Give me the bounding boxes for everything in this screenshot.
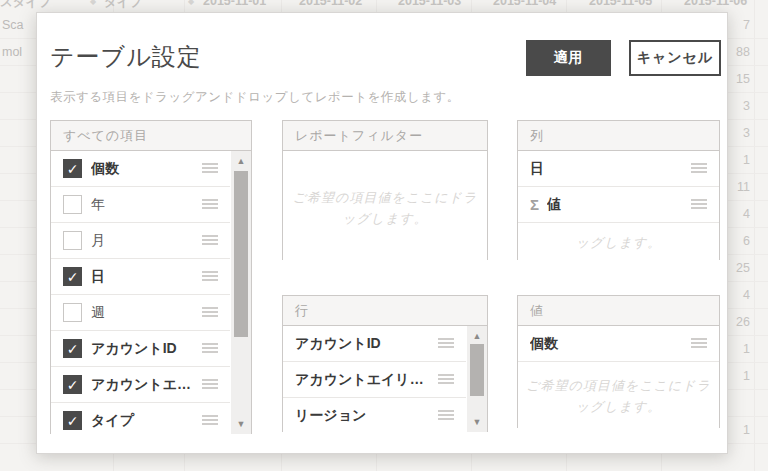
drag-handle-icon[interactable] [438, 374, 454, 385]
scrollbar[interactable]: ▲ ▼ [231, 151, 251, 434]
columns-dropzone[interactable]: ッグします。 日 Σ 値 [518, 151, 719, 260]
item-label: 年 [91, 196, 194, 214]
checkbox-checked[interactable]: ✓ [63, 375, 82, 394]
rows-dropzone[interactable]: アカウントID アカウントエイリアス リージョン ▲ ▼ [283, 326, 487, 432]
checkbox-unchecked[interactable] [63, 303, 82, 322]
list-item-tsuki[interactable]: 月 [51, 223, 230, 259]
item-label: 値 [547, 196, 683, 214]
scroll-up-icon[interactable]: ▲ [467, 328, 487, 344]
list-item-hi[interactable]: ✓ 日 [51, 259, 230, 295]
item-label: 日 [91, 268, 194, 286]
table-header-row: スタイプ ◆ タイプ ◆ 2015-11-01 2015-11-02 2015-… [0, 0, 768, 12]
drag-handle-icon[interactable] [202, 415, 218, 426]
values-dropzone[interactable]: ご希望の項目値をここにドラ ッグします。 個数 [518, 326, 719, 428]
dialog-title: テーブル設定 [50, 41, 202, 73]
checkbox-unchecked[interactable] [63, 195, 82, 214]
item-label: アカウントID [295, 335, 430, 353]
drag-handle-icon[interactable] [202, 379, 218, 390]
row-value: 15 [736, 72, 750, 86]
drag-handle-icon[interactable] [202, 199, 218, 210]
sigma-icon: Σ [530, 196, 539, 213]
drop-placeholder: ご希望の項目値をここにドラ ッグします。 [518, 375, 719, 417]
drag-handle-icon[interactable] [202, 271, 218, 282]
drag-handle-icon[interactable] [202, 163, 218, 174]
row-item-account-id[interactable]: アカウントID [283, 326, 466, 362]
list-item-kosu[interactable]: ✓ 個数 [51, 151, 230, 187]
row-value: 1 [743, 423, 750, 437]
list-item-type[interactable]: ✓ タイプ [51, 403, 230, 434]
checkbox-checked[interactable]: ✓ [63, 411, 82, 430]
dialog-description: 表示する項目をドラッグアンドドロップしてレポートを作成します。 [50, 89, 460, 106]
row-value: 7 [743, 18, 750, 32]
panel-report-filter: レポートフィルター ご希望の項目値をここにドラ ッグします。 [282, 120, 488, 260]
drag-handle-icon[interactable] [691, 163, 707, 174]
checkbox-checked[interactable]: ✓ [63, 267, 82, 286]
sort-icon: ◆ [90, 0, 96, 6]
scroll-down-icon[interactable]: ▼ [467, 414, 487, 430]
item-label: アカウントエイリ... [91, 376, 194, 394]
scrollbar-thumb[interactable] [234, 171, 248, 337]
row-value: 25 [736, 261, 750, 275]
list-item-account-id[interactable]: ✓ アカウントID [51, 331, 230, 367]
header-type-column: タイプ [104, 0, 142, 11]
header-date: 2015-11-05 [589, 0, 652, 8]
row-label: mol [2, 45, 22, 59]
report-filter-dropzone[interactable]: ご希望の項目値をここにドラ ッグします。 [283, 151, 487, 260]
header-date: 2015-11-04 [493, 0, 556, 8]
drag-handle-icon[interactable] [202, 343, 218, 354]
header-date: 2015-11-01 [203, 0, 266, 8]
drop-placeholder: ッグします。 [518, 232, 719, 253]
drag-handle-icon[interactable] [202, 235, 218, 246]
row-value: 4 [743, 207, 750, 221]
drag-handle-icon[interactable] [691, 338, 707, 349]
row-value: 4 [743, 288, 750, 302]
scrollbar-thumb[interactable] [470, 344, 484, 396]
scroll-up-icon[interactable]: ▲ [231, 153, 251, 169]
column-item-day[interactable]: 日 [518, 151, 719, 187]
drop-placeholder-line2: ッグします。 [576, 399, 662, 414]
panel-report-filter-title: レポートフィルター [283, 121, 487, 151]
checkbox-checked[interactable]: ✓ [63, 159, 82, 178]
item-label: アカウントID [91, 340, 194, 358]
row-item-region[interactable]: リージョン [283, 398, 466, 432]
drop-placeholder-line1: ご希望の項目値をここにドラ [526, 378, 710, 393]
cancel-button[interactable]: キャンセル [629, 40, 721, 76]
item-label: アカウントエイリアス [295, 371, 430, 389]
header-date: 2015-11-03 [398, 0, 461, 8]
checkbox-checked[interactable]: ✓ [63, 339, 82, 358]
panel-columns: 列 ッグします。 日 Σ 値 [517, 120, 720, 260]
item-label: リージョン [295, 407, 430, 425]
drag-handle-icon[interactable] [691, 199, 707, 210]
item-label: 月 [91, 232, 194, 250]
drag-handle-icon[interactable] [202, 307, 218, 318]
drop-placeholder-line2: ッグします。 [342, 211, 428, 226]
row-item-account-alias[interactable]: アカウントエイリアス [283, 362, 466, 398]
drop-placeholder: ご希望の項目値をここにドラ ッグします。 [283, 187, 487, 229]
list-item-nen[interactable]: 年 [51, 187, 230, 223]
item-label: 個数 [530, 335, 683, 353]
header-date: 2015-11-06 [684, 0, 747, 8]
row-value: 6 [743, 234, 750, 248]
row-value: 11 [737, 180, 750, 194]
list-item-account-alias[interactable]: ✓ アカウントエイリ... [51, 367, 230, 403]
sort-icon: ◆ [188, 0, 194, 6]
drop-placeholder-line1: ご希望の項目値をここにドラ [293, 190, 477, 205]
panel-columns-title: 列 [518, 121, 719, 151]
column-item-value[interactable]: Σ 値 [518, 187, 719, 223]
drag-handle-icon[interactable] [438, 410, 454, 421]
apply-button[interactable]: 適用 [526, 40, 611, 76]
row-value: 88 [736, 45, 750, 59]
value-item-kosu[interactable]: 個数 [518, 326, 719, 362]
panel-rows-title: 行 [283, 296, 487, 326]
row-value: 1 [743, 153, 750, 167]
item-label: 個数 [91, 160, 194, 178]
checkbox-unchecked[interactable] [63, 231, 82, 250]
scroll-down-icon[interactable]: ▼ [231, 416, 251, 432]
row-value: 1 [743, 369, 750, 383]
list-item-shu[interactable]: 週 [51, 295, 230, 331]
item-label: 日 [530, 160, 683, 178]
row-value: 1 [743, 342, 750, 356]
drag-handle-icon[interactable] [438, 338, 454, 349]
row-value: 3 [743, 99, 750, 113]
scrollbar[interactable]: ▲ ▼ [467, 326, 487, 432]
